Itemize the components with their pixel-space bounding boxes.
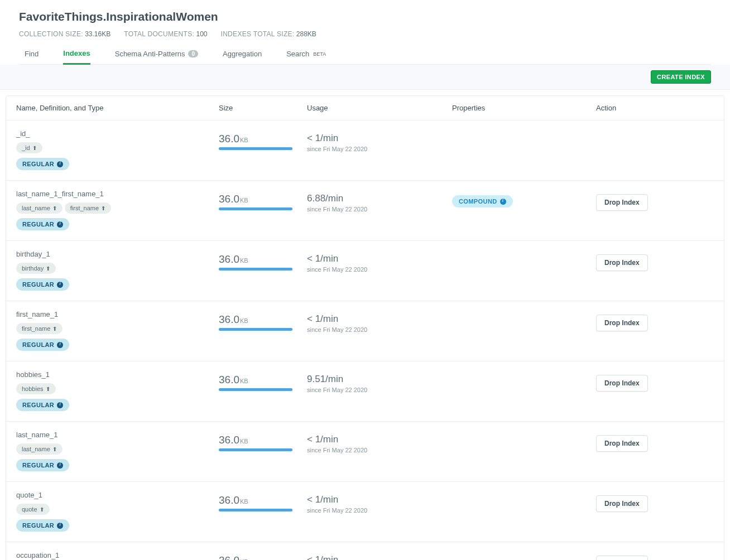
field-pill: first_name⬆ [65,202,111,214]
collection-size-label: COLLECTION SIZE: [19,30,83,38]
type-pill: REGULAR [16,339,69,351]
field-pill: quote⬆ [16,504,50,515]
size-value: 36.0 [219,494,239,506]
tab-schema-label: Schema Anti-Patterns [115,50,185,58]
tab-aggregation[interactable]: Aggregation [223,46,262,64]
field-name: hobbies [22,385,44,392]
type-label: REGULAR [22,522,54,529]
sort-asc-icon: ⬆ [32,145,37,151]
create-index-button[interactable]: CREATE INDEX [651,70,711,84]
usage-since: since Fri May 22 2020 [307,326,452,333]
size-value: 36.0 [219,313,239,325]
info-icon[interactable] [57,282,63,288]
total-docs-label: TOTAL DOCUMENTS: [124,30,194,38]
usage-since: since Fri May 22 2020 [307,206,452,213]
field-pill: first_name⬆ [16,323,63,334]
table-row: last_name_1_first_name_1last_name⬆first_… [6,181,724,241]
property-label: COMPOUND [459,198,497,205]
sort-asc-icon: ⬆ [52,205,57,211]
collection-stats: COLLECTION SIZE: 33.16KB TOTAL DOCUMENTS… [19,30,711,38]
info-icon[interactable] [57,402,63,408]
info-icon[interactable] [500,199,506,205]
type-label: REGULAR [22,341,54,348]
info-icon[interactable] [57,462,63,469]
index-name: _id_ [16,129,219,138]
tab-schema-anti-patterns[interactable]: Schema Anti-Patterns 0 [115,46,198,64]
type-pill: REGULAR [16,158,69,170]
type-label: REGULAR [22,462,54,469]
search-beta-badge: BETA [313,51,326,57]
table-header: Name, Definition, and Type Size Usage Pr… [6,96,724,120]
col-header-action: Action [596,104,714,112]
size-value: 36.0 [219,554,239,560]
drop-index-button[interactable]: Drop Index [596,254,648,271]
field-pill: hobbies⬆ [16,383,56,394]
usage-value: 6.88/min [307,193,452,204]
field-name: first_name [22,325,50,332]
type-pill: REGULAR [16,218,69,230]
info-icon[interactable] [57,161,63,167]
usage-since: since Fri May 22 2020 [307,266,452,273]
field-pill: last_name⬆ [16,202,63,214]
field-name: last_name [22,446,50,452]
field-pill: birthday⬆ [16,263,56,274]
usage-since: since Fri May 22 2020 [307,447,452,453]
table-row: quote_1quote⬆REGULAR36.0KB< 1/minsince F… [6,482,724,542]
drop-index-button[interactable]: Drop Index [596,435,648,452]
page-title: FavoriteThings.InspirationalWomen [19,10,711,23]
col-header-usage[interactable]: Usage [307,104,452,112]
table-row: last_name_1last_name⬆REGULAR36.0KB< 1/mi… [6,422,724,482]
info-icon[interactable] [57,342,63,348]
drop-index-button[interactable]: Drop Index [596,375,648,392]
usage-since: since Fri May 22 2020 [307,507,452,514]
table-row: hobbies_1hobbies⬆REGULAR36.0KB9.51/minsi… [6,361,724,422]
info-icon[interactable] [57,523,63,529]
field-name: _id [22,144,30,151]
index-name: birthday_1 [16,250,219,258]
type-pill: REGULAR [16,399,69,411]
type-pill: REGULAR [16,519,69,532]
drop-index-button[interactable]: Drop Index [596,556,648,560]
usage-since: since Fri May 22 2020 [307,387,452,393]
action-bar: CREATE INDEX [0,65,730,90]
size-value: 36.0 [219,253,239,265]
type-label: REGULAR [22,161,54,167]
size-bar [219,207,292,210]
size-bar [219,268,292,271]
tab-bar: Find Indexes Schema Anti-Patterns 0 Aggr… [19,46,711,65]
drop-index-button[interactable]: Drop Index [596,194,648,211]
size-bar [219,448,292,451]
field-pill: last_name⬆ [16,443,63,455]
col-header-size[interactable]: Size [219,104,307,112]
info-icon[interactable] [57,221,63,228]
tab-find[interactable]: Find [25,46,39,64]
table-row: birthday_1birthday⬆REGULAR36.0KB< 1/mins… [6,241,724,301]
field-name: birthday [22,265,44,272]
sort-asc-icon: ⬆ [40,506,44,513]
col-header-properties[interactable]: Properties [452,104,596,112]
tab-indexes[interactable]: Indexes [63,46,90,65]
size-unit: KB [240,498,248,505]
index-name: first_name_1 [16,310,219,318]
sort-asc-icon: ⬆ [101,205,105,211]
size-unit: KB [240,137,248,143]
schema-badge: 0 [188,50,198,57]
indexes-size-value: 288KB [296,30,316,38]
usage-value: < 1/min [307,494,452,505]
field-name: quote [22,506,37,513]
col-header-name[interactable]: Name, Definition, and Type [16,104,219,112]
size-unit: KB [240,257,248,264]
type-label: REGULAR [22,402,54,408]
table-row: _id__id⬆REGULAR36.0KB< 1/minsince Fri Ma… [6,120,724,181]
field-pill: _id⬆ [16,142,42,153]
index-name: occupation_1 [16,551,219,559]
sort-asc-icon: ⬆ [52,446,57,452]
tab-search-label: Search [286,50,309,58]
size-unit: KB [240,317,248,324]
tab-search[interactable]: SearchBETA [286,46,326,64]
drop-index-button[interactable]: Drop Index [596,495,648,512]
usage-since: since Fri May 22 2020 [307,146,452,152]
field-name: first_name [70,205,99,211]
drop-index-button[interactable]: Drop Index [596,315,648,331]
size-value: 36.0 [219,193,239,205]
